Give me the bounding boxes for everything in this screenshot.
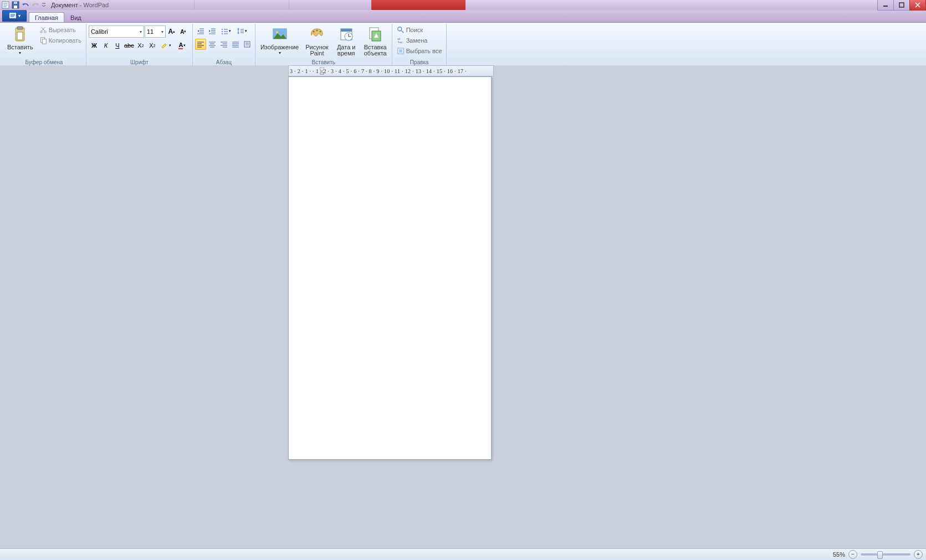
insert-object-button[interactable]: Вставкаобъекта bbox=[361, 24, 390, 58]
align-left-button[interactable] bbox=[195, 39, 206, 50]
strikethrough-button[interactable]: abc bbox=[124, 40, 135, 51]
file-menu-button[interactable] bbox=[2, 9, 27, 22]
tab-view[interactable]: Вид bbox=[64, 12, 88, 22]
increase-indent-button[interactable] bbox=[207, 25, 218, 37]
bullet-list-button[interactable]: ▾ bbox=[218, 25, 234, 37]
chevron-down-icon: ▾ bbox=[19, 50, 21, 55]
underline-button[interactable]: Ч bbox=[112, 40, 123, 51]
svg-rect-59 bbox=[244, 42, 250, 47]
document-area: 3 · 2 · 1 · · 1 · 2 · 3 · 4 · 5 · 6 · 7 … bbox=[0, 65, 926, 549]
zoom-in-button[interactable]: + bbox=[914, 550, 923, 559]
insert-image-button[interactable]: Изображение ▾ bbox=[258, 24, 301, 57]
background-red-tab bbox=[371, 0, 465, 10]
wordpad-icon[interactable] bbox=[1, 1, 10, 9]
paragraph-dialog-button[interactable] bbox=[242, 39, 253, 50]
svg-point-34 bbox=[222, 31, 223, 32]
svg-text:ab: ab bbox=[397, 37, 401, 40]
svg-line-22 bbox=[41, 27, 44, 31]
chevron-down-icon: ▾ bbox=[161, 29, 163, 34]
italic-button[interactable]: К bbox=[100, 40, 111, 51]
grow-font-button[interactable]: A▴ bbox=[166, 26, 177, 37]
document-page[interactable] bbox=[288, 76, 492, 460]
zoom-out-button[interactable]: − bbox=[848, 550, 857, 559]
bold-button[interactable]: Ж bbox=[89, 40, 100, 51]
svg-point-35 bbox=[222, 33, 223, 34]
insert-datetime-button[interactable]: Дата ивремя bbox=[332, 24, 360, 58]
svg-line-76 bbox=[401, 30, 403, 33]
svg-rect-9 bbox=[899, 3, 904, 7]
svg-rect-17 bbox=[17, 27, 23, 29]
font-color-button[interactable]: A▾ bbox=[175, 40, 190, 51]
svg-point-66 bbox=[316, 30, 318, 32]
svg-rect-6 bbox=[14, 2, 17, 4]
copy-button[interactable]: Копировать bbox=[37, 35, 84, 45]
highlight-button[interactable]: ▾ bbox=[158, 40, 174, 51]
maximize-button[interactable] bbox=[893, 0, 910, 11]
svg-point-67 bbox=[319, 31, 321, 33]
svg-point-33 bbox=[222, 29, 223, 30]
svg-point-65 bbox=[313, 31, 314, 33]
undo-icon[interactable] bbox=[21, 1, 30, 9]
insert-paint-button[interactable]: РисунокPaint bbox=[303, 24, 331, 58]
ribbon-tabs: Главная Вид bbox=[0, 10, 926, 23]
replace-button[interactable]: abac Замена bbox=[395, 35, 444, 45]
svg-rect-5 bbox=[14, 6, 17, 8]
svg-point-19 bbox=[40, 31, 42, 33]
svg-rect-81 bbox=[320, 73, 324, 74]
qat-customize-icon[interactable] bbox=[41, 1, 47, 9]
svg-rect-18 bbox=[17, 32, 23, 40]
horizontal-ruler[interactable]: 3 · 2 · 1 · · 1 · 2 · 3 · 4 · 5 · 6 · 7 … bbox=[288, 65, 494, 76]
svg-rect-80 bbox=[399, 49, 402, 52]
tab-home[interactable]: Главная bbox=[29, 12, 64, 22]
zoom-slider[interactable] bbox=[861, 553, 910, 556]
ribbon: Вставить ▾ Вырезать Копировать Буфер обм… bbox=[0, 23, 926, 66]
svg-point-20 bbox=[44, 31, 46, 33]
background-browser-tabs bbox=[78, 0, 376, 10]
subscript-button[interactable]: X2 bbox=[135, 40, 146, 51]
minimize-button[interactable] bbox=[877, 0, 894, 11]
align-justify-button[interactable] bbox=[230, 39, 241, 50]
superscript-button[interactable]: X2 bbox=[147, 40, 158, 51]
svg-rect-69 bbox=[341, 29, 352, 32]
line-spacing-button[interactable]: ▾ bbox=[234, 25, 250, 37]
close-button[interactable] bbox=[909, 0, 926, 11]
shrink-font-button[interactable]: A▾ bbox=[178, 26, 189, 37]
zoom-percent: 55% bbox=[833, 551, 845, 558]
align-right-button[interactable] bbox=[218, 39, 229, 50]
title-bar: Документ - WordPad bbox=[0, 0, 926, 10]
paste-button[interactable]: Вставить ▾ bbox=[4, 24, 36, 57]
find-button[interactable]: Поиск bbox=[395, 25, 444, 35]
status-bar: 55% − + bbox=[0, 548, 926, 560]
font-size-combo[interactable]: 11▾ bbox=[145, 25, 166, 38]
redo-icon[interactable] bbox=[31, 1, 40, 9]
zoom-slider-thumb[interactable] bbox=[877, 551, 883, 559]
svg-line-21 bbox=[42, 27, 45, 31]
align-center-button[interactable] bbox=[207, 39, 218, 50]
svg-text:ac: ac bbox=[400, 40, 403, 44]
svg-rect-24 bbox=[42, 39, 46, 44]
decrease-indent-button[interactable] bbox=[195, 25, 206, 37]
font-family-combo[interactable]: Calibri▾ bbox=[89, 25, 144, 38]
svg-point-64 bbox=[276, 31, 278, 33]
chevron-down-icon: ▾ bbox=[140, 29, 142, 34]
chevron-down-icon: ▾ bbox=[279, 50, 281, 55]
save-icon[interactable] bbox=[11, 1, 20, 9]
svg-point-75 bbox=[397, 27, 401, 31]
indent-marker-icon[interactable] bbox=[320, 67, 324, 75]
cut-button[interactable]: Вырезать bbox=[37, 25, 84, 35]
select-all-button[interactable]: Выбрать все bbox=[395, 46, 444, 56]
